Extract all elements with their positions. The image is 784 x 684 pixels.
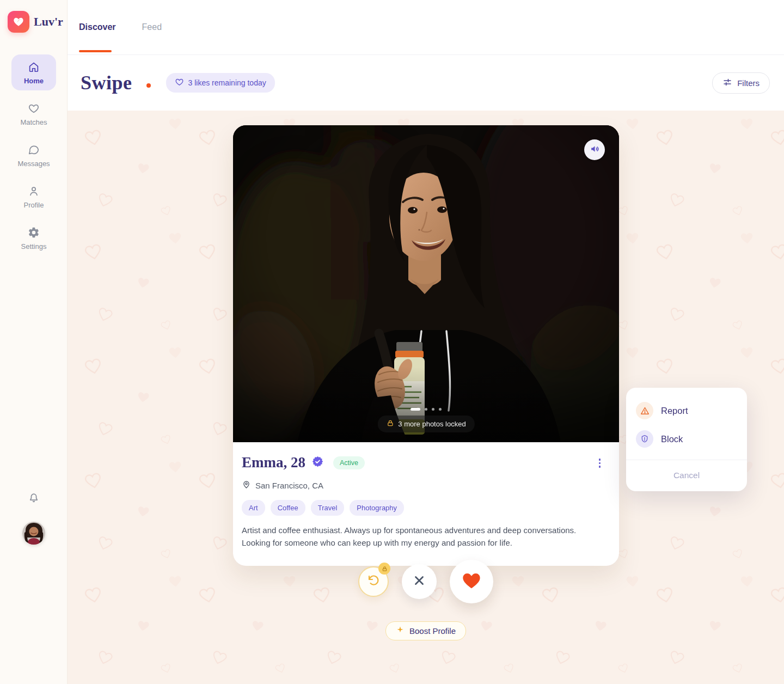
tab-label: Feed xyxy=(142,22,162,32)
brand-name: Luv'r xyxy=(34,15,63,29)
tab-label: Discover xyxy=(79,22,116,32)
menu-item-cancel[interactable]: Cancel xyxy=(635,460,738,491)
gear-icon xyxy=(28,227,40,240)
sidebar-item-label: Profile xyxy=(24,201,44,209)
sidebar-item-matches[interactable]: Matches xyxy=(0,102,68,126)
home-icon xyxy=(28,61,40,75)
sliders-icon xyxy=(722,77,732,89)
pass-button[interactable] xyxy=(402,564,437,599)
location-row: San Francisco, CA xyxy=(242,480,595,491)
location-text: San Francisco, CA xyxy=(255,481,323,490)
speaker-icon xyxy=(590,144,600,156)
profile-card-info: Emma, 28 Active San Francisco, CA Art Co… xyxy=(233,442,619,566)
shield-icon xyxy=(636,430,653,448)
likes-remaining-badge: 3 likes remaining today xyxy=(166,73,275,93)
chat-icon xyxy=(28,144,40,157)
heart-filled-icon xyxy=(461,570,482,594)
interest-tags: Art Coffee Travel Photography xyxy=(242,500,595,516)
status-badge: Active xyxy=(333,456,365,469)
like-button[interactable] xyxy=(450,560,493,603)
boost-profile-label: Boost Profile xyxy=(409,626,456,636)
location-pin-icon xyxy=(242,480,251,491)
sound-toggle-button[interactable] xyxy=(584,139,605,160)
sidebar-item-label: Matches xyxy=(20,119,47,126)
profile-options-menu: Report Block Cancel xyxy=(626,388,747,491)
photo-carousel-indicators xyxy=(233,408,619,411)
boost-profile-button[interactable]: Boost Profile xyxy=(385,621,466,640)
brand-logo[interactable]: Luv'r xyxy=(8,11,63,33)
sparkle-icon xyxy=(396,626,405,636)
sidebar-item-messages[interactable]: Messages xyxy=(0,144,68,167)
brand-heart-icon xyxy=(8,11,29,33)
page-title: Swipe xyxy=(81,71,132,94)
profile-photo[interactable]: 3 more photos locked xyxy=(233,125,619,442)
profile-card: 3 more photos locked Emma, 28 Active Sa xyxy=(233,125,619,566)
locked-photos-text: 3 more photos locked xyxy=(398,420,465,428)
rewind-button[interactable] xyxy=(358,566,389,597)
filters-button[interactable]: Filters xyxy=(712,72,770,94)
sidebar-item-label: Messages xyxy=(17,160,50,167)
tab-discover[interactable]: Discover xyxy=(79,0,116,55)
title-accent-dot xyxy=(146,83,151,88)
page-header: Swipe 3 likes remaining today Filters xyxy=(68,55,784,111)
carousel-dot[interactable] xyxy=(439,408,442,411)
boost-row: Boost Profile xyxy=(68,621,784,640)
heart-outline-icon xyxy=(175,77,184,88)
sidebar-item-label: Settings xyxy=(21,243,47,250)
menu-item-label: Block xyxy=(661,434,683,444)
sidebar: Luv'r Home Matches Messages Profile xyxy=(0,0,68,684)
likes-remaining-text: 3 likes remaining today xyxy=(188,78,266,87)
swipe-actions xyxy=(68,560,784,603)
person-name: Emma, 28 xyxy=(242,454,305,471)
heart-icon xyxy=(28,102,40,116)
bio-text: Artist and coffee enthusiast. Always up … xyxy=(242,524,595,549)
menu-item-label: Report xyxy=(661,406,688,416)
carousel-dot[interactable] xyxy=(411,408,420,411)
rewind-lock-icon xyxy=(378,563,390,575)
sidebar-item-settings[interactable]: Settings xyxy=(0,227,68,250)
tag-travel[interactable]: Travel xyxy=(311,500,345,516)
sidebar-item-label: Home xyxy=(24,77,44,84)
warning-triangle-icon xyxy=(636,402,653,419)
verified-badge-icon xyxy=(312,456,323,469)
active-tab-underline xyxy=(79,50,112,52)
app-window: Luv'r Home Matches Messages Profile xyxy=(0,0,784,684)
tab-feed[interactable]: Feed xyxy=(142,0,162,55)
carousel-dot[interactable] xyxy=(425,408,427,411)
filters-label: Filters xyxy=(737,78,759,88)
tag-art[interactable]: Art xyxy=(242,500,265,516)
more-options-kebab-button[interactable] xyxy=(597,456,603,470)
sidebar-item-home[interactable]: Home xyxy=(11,54,56,90)
menu-item-report[interactable]: Report xyxy=(635,396,738,425)
menu-item-block[interactable]: Block xyxy=(635,425,738,453)
tag-photography[interactable]: Photography xyxy=(350,500,404,516)
tag-coffee[interactable]: Coffee xyxy=(271,500,305,516)
name-row: Emma, 28 Active xyxy=(242,454,595,471)
notifications-bell-icon[interactable] xyxy=(0,492,68,504)
rewind-icon xyxy=(367,574,380,589)
profile-photo-image xyxy=(233,125,619,442)
lock-icon xyxy=(386,419,394,429)
locked-photos-badge[interactable]: 3 more photos locked xyxy=(377,416,474,432)
top-navigation: Discover Feed xyxy=(68,0,784,55)
user-avatar[interactable] xyxy=(22,522,45,545)
x-icon xyxy=(412,573,426,590)
carousel-dot[interactable] xyxy=(432,408,434,411)
user-icon xyxy=(28,185,40,199)
sidebar-item-profile[interactable]: Profile xyxy=(0,185,68,209)
